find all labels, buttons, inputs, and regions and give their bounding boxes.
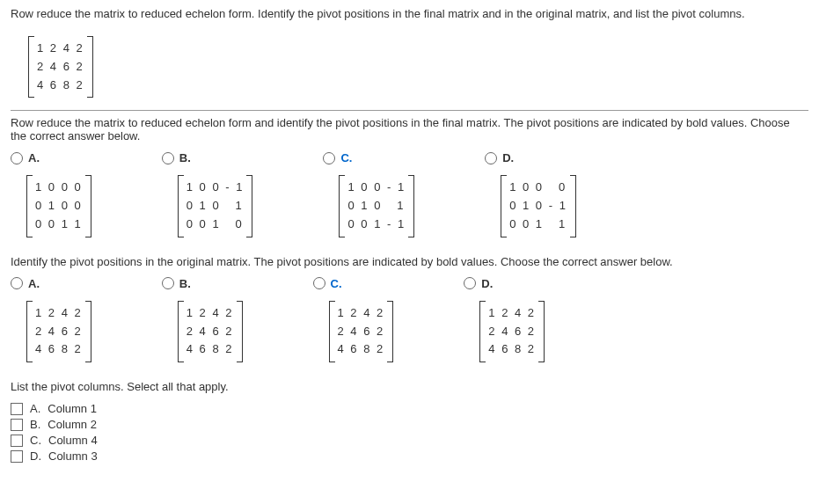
option-label: D. <box>502 151 514 164</box>
option-c: C. 1 2 4 2 2 4 6 2 4 6 8 2 <box>313 277 394 369</box>
checkbox-label-letter: C. <box>30 434 41 447</box>
matrix-row: 1 0 0 - 1 <box>347 179 406 197</box>
checkbox-option-d[interactable]: D. Column 3 <box>11 449 808 463</box>
checkbox-label-letter: A. <box>30 402 40 415</box>
option-a: A. 1 2 4 2 2 4 6 2 4 6 8 2 <box>11 277 91 369</box>
matrix-row: 0 1 0 1 <box>347 197 406 215</box>
radio-icon <box>162 277 174 289</box>
matrix-row: 4 6 8 2 <box>37 77 84 95</box>
matrix-row: 1 0 0 - 1 <box>186 179 245 197</box>
matrix-row: 0 1 0 0 <box>35 197 83 215</box>
option-matrix: 1 2 4 2 2 4 6 2 4 6 8 2 <box>479 301 545 362</box>
main-matrix: 1 2 4 2 2 4 6 2 4 6 8 2 <box>28 36 93 98</box>
option-b: B. 1 0 0 - 1 0 1 0 1 0 0 1 0 <box>162 151 253 244</box>
matrix-row: 0 1 0 1 <box>186 197 245 215</box>
option-label: C. <box>331 277 342 290</box>
question-4-text: List the pivot columns. Select all that … <box>11 380 808 393</box>
option-matrix: 1 0 0 0 0 1 0 0 0 0 1 1 <box>26 175 91 237</box>
checkbox-label-text: Column 1 <box>48 402 97 415</box>
option-label: B. <box>179 277 191 290</box>
matrix-row: 1 2 4 2 <box>186 304 234 323</box>
option-matrix: 1 2 4 2 2 4 6 2 4 6 8 2 <box>178 301 243 362</box>
option-matrix: 1 0 0 - 1 0 1 0 1 0 0 1 0 <box>178 175 253 237</box>
final-matrix-options: A. 1 0 0 0 0 1 0 0 0 0 1 1 B. 1 0 0 - 1 … <box>11 151 808 244</box>
checkbox-option-b[interactable]: B. Column 2 <box>11 418 808 431</box>
radio-option-d-orig[interactable]: D. <box>464 277 545 290</box>
question-2-text: Row reduce the matrix to reduced echelon… <box>11 116 808 142</box>
matrix-row: 1 2 4 2 <box>35 304 83 323</box>
matrix-row: 4 6 8 2 <box>338 340 385 359</box>
checkbox-icon <box>11 435 23 447</box>
option-label: A. <box>28 151 40 164</box>
option-c: C. 1 0 0 - 1 0 1 0 1 0 0 1 - 1 <box>323 151 414 244</box>
checkbox-option-c[interactable]: C. Column 4 <box>11 434 808 447</box>
matrix-row: 4 6 8 2 <box>35 340 83 359</box>
option-matrix: 1 0 0 - 1 0 1 0 1 0 0 1 - 1 <box>339 175 414 237</box>
matrix-row: 4 6 8 2 <box>186 340 234 359</box>
radio-option-c-orig[interactable]: C. <box>313 277 394 290</box>
checkbox-label-text: Column 4 <box>48 434 98 447</box>
radio-option-a-orig[interactable]: A. <box>11 277 91 290</box>
matrix-row: 2 4 6 2 <box>338 323 385 341</box>
checkbox-label-text: Column 2 <box>48 418 97 431</box>
radio-icon <box>11 152 23 164</box>
radio-icon <box>485 152 497 164</box>
matrix-row: 2 4 6 2 <box>37 58 84 77</box>
option-matrix: 1 2 4 2 2 4 6 2 4 6 8 2 <box>26 301 91 362</box>
checkbox-label-text: Column 3 <box>48 449 98 463</box>
matrix-row: 4 6 8 2 <box>488 340 536 359</box>
radio-option-c[interactable]: C. <box>323 151 414 164</box>
matrix-row: 0 0 1 1 <box>35 215 83 234</box>
divider <box>11 110 808 111</box>
matrix-row: 2 4 6 2 <box>488 323 536 341</box>
radio-icon <box>464 277 476 289</box>
checkbox-label-letter: B. <box>30 418 40 431</box>
matrix-row: 1 2 4 2 <box>37 40 84 58</box>
orig-matrix-options: A. 1 2 4 2 2 4 6 2 4 6 8 2 B. 1 2 4 2 2 … <box>11 277 808 369</box>
option-label: A. <box>28 277 40 290</box>
matrix-row: 0 1 0 - 1 <box>509 197 567 215</box>
radio-option-b[interactable]: B. <box>162 151 253 164</box>
checkbox-icon <box>11 403 23 415</box>
checkbox-label-letter: D. <box>30 449 41 463</box>
matrix-row: 0 0 1 1 <box>509 215 567 234</box>
radio-icon <box>313 277 325 289</box>
pivot-column-checkboxes: A. Column 1 B. Column 2 C. Column 4 D. C… <box>11 402 808 463</box>
option-matrix: 1 0 0 0 0 1 0 - 1 0 0 1 1 <box>501 175 576 237</box>
checkbox-icon <box>11 419 23 431</box>
matrix-row: 0 0 1 - 1 <box>347 215 406 234</box>
option-label: B. <box>179 151 191 164</box>
radio-option-a[interactable]: A. <box>11 151 91 164</box>
radio-option-b-orig[interactable]: B. <box>162 277 243 290</box>
option-d: D. 1 0 0 0 0 1 0 - 1 0 0 1 1 <box>485 151 576 244</box>
matrix-row: 1 0 0 0 <box>509 179 567 197</box>
matrix-row: 2 4 6 2 <box>35 323 83 341</box>
option-label: D. <box>481 277 493 290</box>
option-b: B. 1 2 4 2 2 4 6 2 4 6 8 2 <box>162 277 243 369</box>
radio-option-d[interactable]: D. <box>485 151 576 164</box>
option-a: A. 1 0 0 0 0 1 0 0 0 0 1 1 <box>11 151 91 244</box>
checkbox-option-a[interactable]: A. Column 1 <box>11 402 808 415</box>
option-label: C. <box>340 151 352 164</box>
matrix-row: 1 2 4 2 <box>338 304 385 323</box>
matrix-row: 0 0 1 0 <box>186 215 245 234</box>
question-3-text: Identify the pivot positions in the orig… <box>11 255 808 268</box>
radio-icon <box>11 277 23 289</box>
radio-icon <box>162 152 174 164</box>
option-d: D. 1 2 4 2 2 4 6 2 4 6 8 2 <box>464 277 545 369</box>
radio-icon <box>323 152 335 164</box>
checkbox-icon <box>11 450 23 463</box>
matrix-row: 2 4 6 2 <box>186 323 234 341</box>
matrix-row: 1 0 0 0 <box>35 179 83 197</box>
option-matrix: 1 2 4 2 2 4 6 2 4 6 8 2 <box>329 301 394 362</box>
question-1-text: Row reduce the matrix to reduced echelon… <box>11 7 808 20</box>
matrix-row: 1 2 4 2 <box>488 304 536 323</box>
